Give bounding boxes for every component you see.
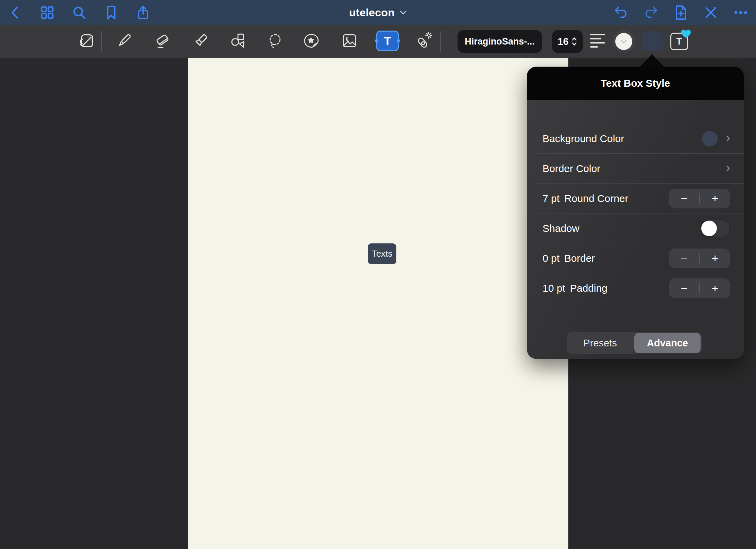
pen-mode-toggle-icon[interactable]	[703, 5, 719, 20]
goodnotes-app: utelecon	[0, 0, 756, 549]
plus-button[interactable]: +	[700, 252, 730, 265]
title-chevron-down-icon	[399, 10, 407, 15]
size-up-down-icon	[571, 36, 577, 47]
row-label: Round Corner	[564, 193, 628, 204]
popover-title: Text Box Style	[601, 78, 670, 89]
text-tool-glyph: T	[384, 34, 391, 48]
sticker-icon[interactable]	[302, 31, 321, 52]
plus-button[interactable]: +	[700, 282, 730, 295]
round-corner-stepper: − +	[669, 189, 730, 208]
popover-arrow	[640, 54, 664, 67]
row-border-width: 0 pt Border − +	[536, 243, 744, 273]
plus-button[interactable]: +	[700, 192, 730, 205]
favorite-heart-badge	[681, 29, 691, 38]
border-width-value: 0 pt	[543, 253, 560, 264]
image-icon[interactable]	[340, 31, 359, 52]
row-label: Padding	[570, 282, 607, 294]
padding-stepper: − +	[669, 278, 730, 298]
row-border-color[interactable]: Border Color ›	[536, 154, 744, 184]
undo-icon[interactable]	[613, 5, 629, 20]
row-shadow: Shadow	[536, 213, 744, 243]
canvas-text-box-label: Texts	[372, 248, 393, 259]
font-size-stepper[interactable]: 16	[552, 30, 583, 53]
search-icon[interactable]	[71, 5, 87, 20]
toggle-knob	[701, 221, 717, 236]
chevron-right-icon: ›	[726, 131, 730, 144]
row-padding: 10 pt Padding − +	[536, 273, 744, 303]
swatch-chevron-down-icon	[621, 40, 627, 44]
round-corner-value: 7 pt	[543, 193, 560, 204]
text-box-style-icon[interactable]: T	[670, 33, 688, 50]
text-align-icon[interactable]	[590, 34, 605, 48]
row-label: Shadow	[543, 223, 579, 234]
popover-header: Text Box Style	[527, 67, 744, 100]
eraser-icon[interactable]	[153, 31, 172, 52]
editing-toolbar: T HiraginoSans-... 16	[0, 25, 756, 58]
toolbar-divider	[440, 31, 441, 52]
more-icon[interactable]	[733, 5, 749, 20]
redo-icon[interactable]	[643, 5, 659, 20]
notebook-page[interactable]	[188, 58, 568, 549]
document-title-label: utelecon	[349, 6, 395, 19]
highlighter-icon[interactable]	[191, 31, 210, 52]
text-box-style-popover: Text Box Style Background Color › Border…	[527, 67, 744, 359]
row-label: Background Color	[543, 133, 624, 144]
font-size-value: 16	[557, 36, 568, 47]
presets-advance-segmented-control: Presets Advance	[567, 332, 702, 354]
text-color-current	[615, 33, 632, 50]
text-tool-handle	[375, 39, 378, 42]
top-navigation-bar: utelecon	[0, 0, 756, 25]
pen-icon[interactable]	[115, 31, 134, 52]
style-options-list: Background Color › Border Color › 7 pt R…	[527, 124, 744, 303]
bookmark-icon[interactable]	[103, 5, 119, 20]
advance-tab[interactable]: Advance	[634, 333, 701, 353]
presets-tab[interactable]: Presets	[567, 332, 633, 354]
pages-grid-icon[interactable]	[39, 5, 55, 20]
font-selector[interactable]: HiraginoSans-...	[458, 30, 542, 53]
text-box-style-active-highlight[interactable]	[642, 32, 663, 51]
font-name-label: HiraginoSans-...	[465, 36, 535, 47]
row-label: Border Color	[543, 163, 600, 174]
back-icon[interactable]	[7, 5, 23, 20]
text-tool-icon[interactable]: T	[376, 31, 399, 51]
minus-button[interactable]: −	[669, 282, 699, 295]
shadow-toggle[interactable]	[700, 220, 730, 237]
row-label: Border	[564, 253, 595, 264]
row-round-corner: 7 pt Round Corner − +	[536, 184, 744, 213]
lasso-icon[interactable]	[265, 31, 284, 52]
background-color-swatch	[702, 131, 718, 147]
toolbar-divider	[101, 31, 102, 52]
padding-value: 10 pt	[543, 282, 565, 294]
laser-pointer-icon[interactable]	[414, 31, 433, 52]
border-width-stepper: − +	[669, 248, 730, 268]
row-background-color[interactable]: Background Color ›	[536, 124, 744, 154]
minus-button[interactable]: −	[669, 192, 699, 205]
minus-button[interactable]: −	[669, 252, 699, 265]
text-color-swatch[interactable]	[613, 30, 635, 53]
canvas-text-box[interactable]: Texts	[368, 243, 396, 264]
document-title[interactable]: utelecon	[349, 0, 407, 25]
shapes-icon[interactable]	[228, 31, 247, 52]
chevron-right-icon: ›	[726, 161, 730, 174]
text-tool-handle	[397, 39, 400, 42]
share-icon[interactable]	[135, 5, 151, 20]
add-page-icon[interactable]	[673, 5, 689, 20]
view-mode-icon[interactable]	[77, 31, 96, 52]
